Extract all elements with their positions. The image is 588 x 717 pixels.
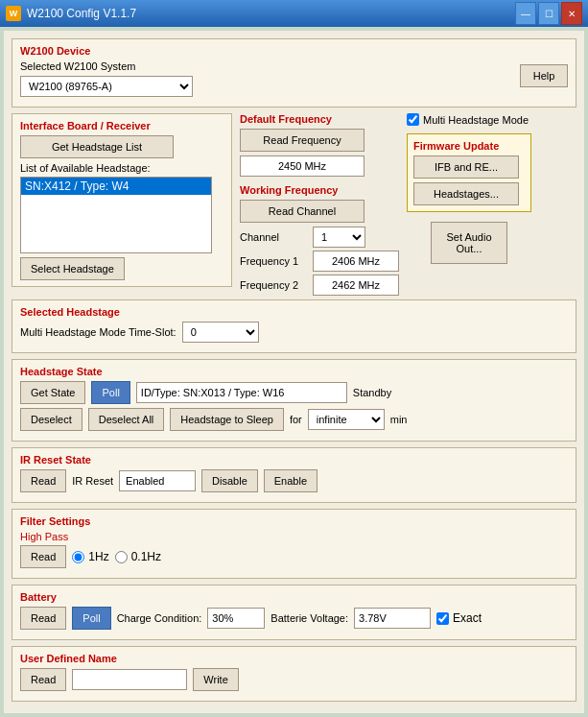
- radio-1hz[interactable]: [72, 551, 84, 563]
- firmware-label: Firmware Update: [413, 140, 525, 152]
- radio-01hz-label[interactable]: 0.1Hz: [115, 550, 161, 563]
- top-section: Interface Board / Receiver Get Headstage…: [12, 113, 576, 299]
- help-button[interactable]: Help: [520, 64, 568, 87]
- radio-1hz-text: 1Hz: [88, 550, 108, 563]
- high-pass-label: High Pass: [20, 531, 568, 542]
- working-frequency-section: Working Frequency Read Channel Channel 1…: [240, 184, 399, 296]
- default-freq-value: 2450 MHz: [240, 155, 365, 177]
- exact-checkbox-label[interactable]: Exact: [436, 611, 482, 625]
- read-frequency-button[interactable]: Read Frequency: [240, 129, 365, 152]
- disable-button[interactable]: Disable: [201, 469, 258, 492]
- title-bar: W W2100 Config V1.1.7 — ☐ ✕: [0, 0, 588, 27]
- working-freq-label: Working Frequency: [240, 184, 399, 196]
- ir-reset-label: IR Reset State: [20, 454, 568, 466]
- headstage-state-label: Headstage State: [20, 366, 568, 377]
- filter-settings-section: Filter Settings High Pass Read 1Hz 0.1Hz: [12, 509, 576, 579]
- ir-read-button[interactable]: Read: [20, 469, 66, 492]
- ir-enabled-display: Enabled: [119, 470, 196, 491]
- list-label: List of Available Headstage:: [20, 162, 223, 174]
- battery-label: Battery: [20, 591, 568, 603]
- name-field[interactable]: [72, 669, 187, 690]
- minimize-button[interactable]: —: [515, 2, 536, 25]
- main-content: W2100 Device Selected W2100 System W2100…: [4, 31, 584, 713]
- maximize-button[interactable]: ☐: [538, 2, 559, 25]
- interface-panel: Interface Board / Receiver Get Headstage…: [12, 113, 232, 299]
- list-item[interactable]: SN:X412 / Type: W4: [21, 178, 211, 195]
- deselect-all-button[interactable]: Deselect All: [88, 408, 164, 431]
- frequency-panel: Default Frequency Read Frequency 2450 MH…: [240, 113, 399, 299]
- exact-checkbox[interactable]: [436, 612, 449, 625]
- filter-read-button[interactable]: Read: [20, 545, 66, 568]
- voltage-field[interactable]: [354, 608, 431, 629]
- battery-read-button[interactable]: Read: [20, 607, 66, 630]
- for-label: for: [290, 414, 302, 425]
- channel-label: Channel: [240, 231, 307, 243]
- freq2-value: 2462 MHz: [313, 275, 399, 296]
- min-label: min: [390, 414, 408, 425]
- headstage-list[interactable]: SN:X412 / Type: W4: [20, 177, 212, 253]
- id-type-field[interactable]: ID/Type: SN:X013 / Type: W16: [136, 382, 347, 403]
- ifb-button[interactable]: IFB and RE...: [413, 155, 519, 179]
- filter-settings-label: Filter Settings: [20, 515, 568, 527]
- device-section-label: W2100 Device: [20, 45, 193, 57]
- radio-01hz-text: 0.1Hz: [131, 550, 161, 563]
- window-controls: — ☐ ✕: [515, 2, 582, 25]
- interface-label: Interface Board / Receiver: [20, 120, 223, 131]
- freq2-label: Frequency 2: [240, 279, 307, 291]
- voltage-label: Batterie Voltage:: [270, 612, 348, 624]
- app-icon: W: [6, 6, 21, 21]
- enable-button[interactable]: Enable: [264, 469, 318, 492]
- timeslot-label: Multi Headstage Mode Time-Slot:: [20, 326, 176, 338]
- deselect-button[interactable]: Deselect: [20, 408, 82, 431]
- charge-label: Charge Condition:: [117, 612, 202, 624]
- default-frequency-section: Default Frequency Read Frequency 2450 MH…: [240, 113, 399, 177]
- channel-select[interactable]: 1: [313, 227, 365, 248]
- freq1-value: 2406 MHz: [313, 251, 399, 272]
- ir-reset-section: IR Reset State Read IR Reset Enabled Dis…: [12, 447, 576, 503]
- headstage-state-section: Headstage State Get State Poll ID/Type: …: [12, 359, 576, 442]
- write-button[interactable]: Write: [193, 668, 238, 691]
- user-defined-name-section: User Defined Name Read Write: [12, 646, 576, 702]
- timeslot-select[interactable]: 0 1 2 3: [182, 322, 259, 343]
- default-freq-label: Default Frequency: [240, 113, 399, 125]
- get-state-button[interactable]: Get State: [20, 381, 85, 404]
- selected-system-label: Selected W2100 System: [20, 60, 193, 72]
- device-section: W2100 Device Selected W2100 System W2100…: [12, 38, 576, 108]
- multi-headstage-checkbox[interactable]: [407, 113, 419, 126]
- charge-field[interactable]: [207, 608, 265, 629]
- user-defined-name-label: User Defined Name: [20, 653, 568, 664]
- get-headstage-list-button[interactable]: Get Headstage List: [20, 135, 174, 158]
- read-channel-button[interactable]: Read Channel: [240, 200, 365, 223]
- exact-label: Exact: [453, 611, 482, 625]
- poll-button[interactable]: Poll: [91, 381, 129, 404]
- selected-headstage-section: Selected Headstage Multi Headstage Mode …: [12, 299, 576, 353]
- freq1-label: Frequency 1: [240, 255, 307, 267]
- battery-poll-button[interactable]: Poll: [72, 607, 110, 630]
- device-dropdown[interactable]: W2100 (89765-A): [20, 76, 193, 97]
- headstages-button[interactable]: Headstages...: [413, 182, 519, 205]
- name-read-button[interactable]: Read: [20, 668, 66, 691]
- close-button[interactable]: ✕: [561, 2, 582, 25]
- selected-headstage-label: Selected Headstage: [20, 306, 568, 318]
- interface-group: Interface Board / Receiver Get Headstage…: [12, 113, 232, 287]
- radio-1hz-label[interactable]: 1Hz: [72, 550, 108, 563]
- sleep-select[interactable]: infinite 1 5: [308, 409, 385, 430]
- standby-label: Standby: [353, 387, 391, 398]
- ir-reset-text: IR Reset: [72, 475, 113, 487]
- right-panel: Multi Headstage Mode Firmware Update IFB…: [407, 113, 531, 299]
- multi-headstage-label: Multi Headstage Mode: [423, 114, 529, 126]
- firmware-section: Firmware Update IFB and RE... Headstages…: [407, 133, 531, 212]
- window-title: W2100 Config V1.1.7: [27, 7, 136, 20]
- select-headstage-button[interactable]: Select Headstage: [20, 257, 125, 280]
- battery-section: Battery Read Poll Charge Condition: Batt…: [12, 585, 576, 640]
- multi-headstage-checkbox-label[interactable]: Multi Headstage Mode: [407, 113, 529, 126]
- sleep-button[interactable]: Headstage to Sleep: [170, 408, 284, 431]
- radio-01hz[interactable]: [115, 551, 128, 563]
- set-audio-button[interactable]: Set Audio Out...: [431, 222, 507, 264]
